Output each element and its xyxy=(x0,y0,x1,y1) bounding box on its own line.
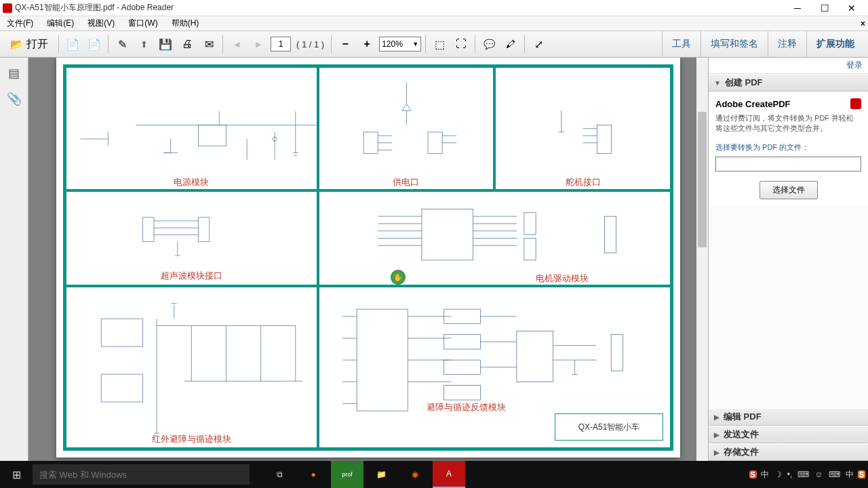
page-count-label: ( 1 / 1 ) xyxy=(294,39,327,49)
select-file-button[interactable]: 选择文件 xyxy=(760,181,818,199)
create-pdf-button[interactable] xyxy=(63,35,82,54)
section-send-file-label: 发送文件 xyxy=(724,428,759,441)
separator xyxy=(475,35,475,53)
section-send-file[interactable]: ▶ 发送文件 xyxy=(709,426,868,443)
block-label-feedback: 避障与循迹反馈模块 xyxy=(427,401,506,413)
upload-button[interactable] xyxy=(134,35,153,54)
tray-keyboard-icon[interactable]: ⌨ xyxy=(796,470,810,479)
chevron-right-icon: ▶ xyxy=(714,431,719,439)
section-create-pdf[interactable]: ▼ 创建 PDF xyxy=(709,74,868,92)
scrollbar-thumb[interactable] xyxy=(698,112,707,247)
comment-tool-button[interactable] xyxy=(479,35,498,54)
section-create-pdf-label: 创建 PDF xyxy=(725,77,763,89)
chevron-right-icon: ▶ xyxy=(714,449,719,456)
createpdf-icon xyxy=(850,98,861,109)
separator xyxy=(331,35,332,53)
page-input[interactable] xyxy=(271,37,291,52)
app-powerpoint[interactable]: ◉ xyxy=(399,461,431,488)
task-view-button[interactable]: ⧉ xyxy=(263,461,296,488)
document-viewport[interactable]: 电源模块 供电口 舵机接口 xyxy=(28,58,708,461)
menu-window[interactable]: 窗口(W) xyxy=(121,18,164,29)
tray-lang[interactable]: 中 xyxy=(760,469,770,481)
open-button[interactable]: 打开 xyxy=(4,35,54,54)
menubar: 文件(F) 编辑(E) 视图(V) 窗口(W) 帮助(H) × xyxy=(0,16,868,31)
zoom-out-button[interactable] xyxy=(336,35,355,54)
ime-badge-2[interactable]: S xyxy=(858,470,865,479)
file-path-input[interactable] xyxy=(715,157,861,171)
scrollbar-track[interactable] xyxy=(696,58,708,461)
tray-keyboard2-icon[interactable]: ⌨ xyxy=(827,470,842,479)
titlebar: QX-A51智能小车原理图.pdf - Adobe Reader ─ ☐ ✕ xyxy=(0,0,868,16)
menu-view[interactable]: 视图(V) xyxy=(81,18,121,29)
tray-moon-icon[interactable]: ☽ xyxy=(773,470,783,479)
menu-help[interactable]: 帮助(H) xyxy=(165,18,206,29)
fullscreen-button[interactable] xyxy=(529,35,548,54)
tray-smile-icon[interactable]: ☺ xyxy=(813,470,824,479)
pdf-app-icon xyxy=(3,3,12,13)
pdf-page: 电源模块 供电口 舵机接口 xyxy=(56,58,680,458)
zoom-value: 120% xyxy=(382,39,403,49)
separator xyxy=(524,35,525,53)
minimize-button[interactable]: ─ xyxy=(789,3,806,14)
app-adobe-reader[interactable]: A xyxy=(433,461,465,488)
select-file-label: 选择要转换为 PDF 的文件： xyxy=(715,142,861,152)
next-page-button[interactable] xyxy=(249,35,268,54)
product-name: Adobe CreatePDF xyxy=(715,99,791,109)
save-button[interactable] xyxy=(156,35,175,54)
separator xyxy=(222,35,223,53)
fit-width-button[interactable]: ⬚ xyxy=(430,35,449,54)
section-store-file[interactable]: ▶ 存储文件 xyxy=(709,443,868,461)
prev-page-button[interactable] xyxy=(227,35,246,54)
app-firefox[interactable]: ● xyxy=(297,461,330,488)
zoom-select[interactable]: 120% ▼ xyxy=(379,37,421,52)
schematic-block-power: 电源模块 xyxy=(65,66,318,190)
chevron-right-icon: ▶ xyxy=(714,413,719,421)
menu-file[interactable]: 文件(F) xyxy=(0,18,40,29)
svg-rect-10 xyxy=(604,216,616,253)
schematic-block-servo: 舵机接口 xyxy=(494,66,671,190)
thumbnails-button[interactable] xyxy=(4,63,24,83)
app-explorer[interactable]: 📁 xyxy=(365,461,397,488)
fill-sign-panel-button[interactable]: 填写和签名 xyxy=(701,31,768,57)
section-edit-pdf-label: 编辑 PDF xyxy=(724,411,762,423)
login-link[interactable]: 登录 xyxy=(709,58,868,74)
ime-badge[interactable]: S xyxy=(749,470,757,479)
svg-rect-8 xyxy=(524,213,535,235)
print-button[interactable] xyxy=(178,35,197,54)
start-button[interactable]: ⊞ xyxy=(0,461,33,488)
chevron-down-icon: ▼ xyxy=(412,41,418,47)
window-title: QX-A51智能小车原理图.pdf - Adobe Reader xyxy=(15,2,789,14)
highlight-tool-button[interactable] xyxy=(501,35,520,54)
edit-button[interactable] xyxy=(113,35,132,54)
tray-sep: •, xyxy=(786,470,794,479)
svg-rect-3 xyxy=(428,132,442,154)
convert-button[interactable] xyxy=(85,35,104,54)
taskbar-search-input[interactable] xyxy=(33,464,250,485)
block-label-power: 电源模块 xyxy=(174,176,209,188)
tools-panel-button[interactable]: 工具 xyxy=(662,31,701,57)
schematic-block-motor: 电机驱动模块 xyxy=(318,190,672,286)
schematic-title-box: QX-A51智能小车 xyxy=(555,413,663,441)
comment-panel-button[interactable]: 注释 xyxy=(768,31,806,57)
close-button[interactable]: ✕ xyxy=(844,3,860,14)
mail-button[interactable] xyxy=(199,35,218,54)
section-edit-pdf[interactable]: ▶ 编辑 PDF xyxy=(709,408,868,426)
chevron-down-icon: ▼ xyxy=(714,79,721,87)
svg-rect-11 xyxy=(101,319,142,346)
taskbar: ⊞ ⧉ ● prof 📁 ◉ A S 中 ☽ •, ⌨ ☺ ⌨ 中 S xyxy=(0,461,868,488)
tray-lang2[interactable]: 中 xyxy=(844,469,855,481)
block-label-ultrasonic: 超声波模块接口 xyxy=(161,270,222,282)
svg-rect-9 xyxy=(524,239,535,260)
close-doc-button[interactable]: × xyxy=(861,19,865,28)
attachments-button[interactable] xyxy=(4,89,24,109)
zoom-in-button[interactable] xyxy=(357,35,376,54)
app-professor[interactable]: prof xyxy=(331,461,363,488)
toolbar: 打开 ( 1 / 1 ) 120% ▼ ⬚ ⛶ 工具 填写和签名 注释 扩展功能 xyxy=(0,31,868,58)
menu-edit[interactable]: 编辑(E) xyxy=(40,18,81,29)
fit-page-button[interactable]: ⛶ xyxy=(452,35,471,54)
extend-panel-button[interactable]: 扩展功能 xyxy=(806,31,864,57)
svg-rect-14 xyxy=(516,331,553,382)
maximize-button[interactable]: ☐ xyxy=(816,3,833,14)
svg-rect-15 xyxy=(611,335,623,371)
schematic-block-supply: 供电口 xyxy=(318,66,495,190)
